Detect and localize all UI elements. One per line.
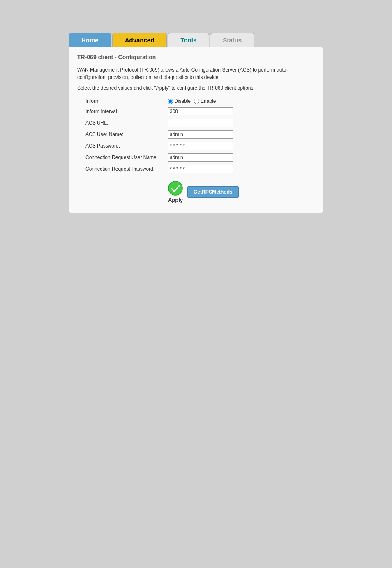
conn-pass-row: Connection Request Password: (85, 165, 315, 173)
acs-user-row: ACS User Name: (85, 130, 315, 139)
tab-advanced[interactable]: Advanced (112, 33, 167, 47)
form-section: Inform Disable Enable Inform Interval: (77, 98, 315, 203)
tab-advanced-label: Advanced (125, 37, 154, 44)
tab-tools-label: Tools (180, 37, 196, 44)
getrpc-button[interactable]: GetRPCMethods (187, 186, 239, 198)
interval-label: Inform Interval: (85, 109, 168, 114)
acs-url-label: ACS URL: (85, 120, 168, 126)
tab-status[interactable]: Status (210, 33, 254, 47)
apply-label: Apply (168, 197, 183, 203)
inform-interval-row: Inform Interval: (85, 107, 315, 115)
acs-pass-input[interactable] (168, 142, 233, 150)
apply-checkmark-icon (168, 180, 183, 196)
inform-disable-option[interactable]: Disable (168, 98, 191, 104)
interval-input[interactable] (168, 107, 233, 115)
button-row: Apply GetRPCMethods (85, 180, 315, 203)
inform-disable-radio[interactable] (168, 99, 173, 104)
conn-user-row: Connection Request User Name: (85, 153, 315, 162)
inform-radio-group: Disable Enable (168, 98, 216, 104)
inform-label: Inform (85, 98, 168, 104)
acs-pass-label: ACS Password: (85, 143, 168, 149)
description-text: WAN Management Protocol (TR-069) allows … (77, 66, 315, 81)
instruction-text: Select the desired values and click "App… (77, 85, 315, 91)
tab-status-label: Status (223, 37, 242, 44)
footer-divider (69, 230, 323, 230)
conn-user-input[interactable] (168, 153, 233, 162)
nav-tabs: Home Advanced Tools Status (69, 33, 323, 47)
getrpc-label: GetRPCMethods (194, 189, 233, 195)
acs-pass-row: ACS Password: (85, 142, 315, 150)
tab-home[interactable]: Home (69, 33, 111, 47)
acs-user-input[interactable] (168, 130, 233, 139)
acs-url-row: ACS URL: (85, 119, 315, 127)
acs-url-input[interactable] (168, 119, 233, 127)
inform-row: Inform Disable Enable (85, 98, 315, 104)
conn-pass-label: Connection Request Password: (85, 166, 168, 172)
inform-disable-label: Disable (174, 98, 191, 104)
inform-enable-radio[interactable] (194, 99, 199, 104)
inform-enable-option[interactable]: Enable (194, 98, 216, 104)
page-title: TR-069 client - Configuration (77, 54, 315, 60)
conn-user-label: Connection Request User Name: (85, 155, 168, 160)
acs-user-label: ACS User Name: (85, 132, 168, 137)
svg-point-0 (168, 181, 182, 195)
conn-pass-input[interactable] (168, 165, 233, 173)
tab-home-label: Home (81, 37, 99, 44)
tab-tools[interactable]: Tools (168, 33, 209, 47)
inform-enable-label: Enable (201, 98, 216, 104)
content-box: TR-069 client - Configuration WAN Manage… (69, 47, 323, 213)
apply-button[interactable]: Apply (168, 180, 183, 203)
